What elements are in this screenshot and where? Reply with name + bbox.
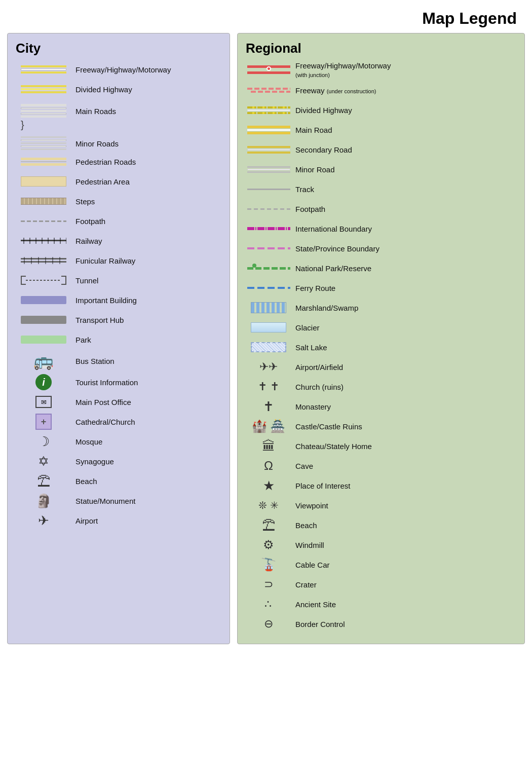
- pedestrian-roads-label: Pedestrian Roads: [71, 158, 136, 166]
- city-section-title: City: [16, 41, 221, 56]
- windmill-icon: ⚙: [246, 538, 291, 552]
- pedestrian-area-label: Pedestrian Area: [71, 177, 130, 186]
- list-item: Freeway/Highway/Motorway(with junction): [246, 61, 516, 79]
- list-item: ⚙ Windmill: [246, 537, 516, 553]
- statue-icon: 🗿: [16, 493, 71, 509]
- funicular-icon: [16, 257, 71, 264]
- list-item: Pedestrian Roads: [16, 154, 221, 170]
- saltlake-label: Salt Lake: [291, 343, 327, 352]
- dh-reg-icon: [246, 106, 291, 114]
- list-item: Divided Highway: [16, 81, 221, 97]
- list-item: Funicular Railway: [16, 252, 221, 269]
- page-title: Map Legend: [0, 0, 532, 33]
- cable-car-icon: 🚡: [246, 558, 291, 572]
- list-item: ∴ Ancient Site: [246, 596, 516, 612]
- list-item: Marshland/Swamp: [246, 300, 516, 316]
- beach-reg-icon: ⛱: [246, 517, 291, 533]
- pedestrian-area-icon: [16, 176, 71, 187]
- track-label: Track: [291, 185, 314, 194]
- list-item: Secondary Road: [246, 141, 516, 158]
- list-item: } Main Roads: [16, 101, 221, 130]
- park-label: Park: [71, 336, 91, 344]
- secondary-road-label: Secondary Road: [291, 145, 352, 154]
- tunnel-icon: [16, 275, 71, 285]
- freeway-city-icon: [16, 65, 71, 73]
- monastery-icon: ✝: [246, 399, 291, 415]
- list-item: Ferry Route: [246, 280, 516, 296]
- railway-icon: [16, 238, 71, 244]
- viewpoint-icon: ❊ ✳: [246, 499, 291, 511]
- fw-junction-label: Freeway/Highway/Motorway(with junction): [291, 61, 391, 79]
- transport-hub-icon: [16, 316, 71, 324]
- main-roads-label: Main Roads: [71, 103, 116, 116]
- intl-boundary-label: International Boundary: [291, 225, 372, 233]
- glacier-label: Glacier: [291, 323, 320, 332]
- list-item: ✈✈ Airport/Airfield: [246, 359, 516, 375]
- church-ruins-label: Church (ruins): [291, 383, 344, 391]
- mosque-icon: ☽: [16, 434, 71, 450]
- list-item: Pedestrian Area: [16, 173, 221, 190]
- fw-construction-icon: [246, 88, 291, 93]
- list-item: 🏛 Chateau/Stately Home: [246, 438, 516, 454]
- cable-car-label: Cable Car: [291, 561, 330, 569]
- list-item: Transport Hub: [16, 312, 221, 328]
- chateau-label: Chateau/Stately Home: [291, 442, 372, 451]
- list-item: ✉ Main Post Office: [16, 394, 221, 410]
- border-control-icon: ⊖: [246, 617, 291, 631]
- cave-label: Cave: [291, 462, 313, 470]
- glacier-icon: [246, 322, 291, 332]
- list-item: National Park/Reserve: [246, 260, 516, 276]
- list-item: Footpath: [246, 201, 516, 217]
- list-item: ☽ Mosque: [16, 433, 221, 450]
- marsh-label: Marshland/Swamp: [291, 304, 358, 312]
- list-item: i Tourist Information: [16, 374, 221, 390]
- minor-roads-icon: [16, 135, 71, 150]
- castle-label: Castle/Castle Ruins: [291, 422, 362, 431]
- airport-reg-icon: ✈✈: [246, 360, 291, 374]
- footpath-city-icon: [16, 220, 71, 222]
- synagogue-icon: ✡: [16, 454, 71, 469]
- crater-label: Crater: [291, 580, 317, 589]
- border-control-label: Border Control: [291, 620, 345, 628]
- list-item: 🚡 Cable Car: [246, 557, 516, 573]
- list-item: ✝ ✝ Church (ruins): [246, 379, 516, 395]
- fw-construction-label: Freeway (under construction): [291, 86, 376, 95]
- steps-icon: [16, 198, 71, 205]
- crater-icon: ⊃: [246, 578, 291, 591]
- regional-section-title: Regional: [246, 41, 516, 56]
- monastery-label: Monastery: [291, 402, 331, 411]
- place-interest-icon: ★: [246, 478, 291, 494]
- tourist-info-label: Tourist Information: [71, 378, 138, 387]
- synagogue-label: Synagogue: [71, 457, 114, 466]
- list-item: Glacier: [246, 319, 516, 336]
- list-item: Park: [16, 331, 221, 348]
- airport-city-icon: ✈: [16, 513, 71, 529]
- list-item: ⊃ Crater: [246, 576, 516, 593]
- minor-roads-label: Minor Roads: [71, 135, 119, 148]
- funicular-label: Funicular Railway: [71, 256, 135, 265]
- saltlake-icon: [246, 342, 291, 352]
- chateau-icon: 🏛: [246, 438, 291, 454]
- beach-city-label: Beach: [71, 477, 97, 486]
- viewpoint-label: Viewpoint: [291, 501, 328, 510]
- post-label: Main Post Office: [71, 398, 131, 406]
- list-item: 🗿 Statue/Monument: [16, 493, 221, 509]
- cathedral-icon: +: [16, 414, 71, 430]
- list-item: ⊖ Border Control: [246, 616, 516, 632]
- cathedral-label: Cathedral/Church: [71, 418, 135, 426]
- minor-road-reg-icon: [246, 166, 291, 173]
- minor-road-reg-label: Minor Road: [291, 165, 335, 174]
- ferry-label: Ferry Route: [291, 284, 335, 292]
- list-item: 🚌 Bus Station: [16, 351, 221, 371]
- list-item: Salt Lake: [246, 339, 516, 355]
- list-item: + Cathedral/Church: [16, 414, 221, 430]
- divided-highway-city-icon: [16, 85, 71, 93]
- pedestrian-roads-icon: [16, 158, 71, 166]
- list-item: Minor Roads: [16, 133, 221, 150]
- place-interest-label: Place of Interest: [291, 482, 350, 490]
- list-item: ✝ Monastery: [246, 398, 516, 415]
- list-item: ❊ ✳ Viewpoint: [246, 497, 516, 513]
- windmill-label: Windmill: [291, 541, 324, 549]
- freeway-city-label: Freeway/Highway/Motorway: [71, 65, 171, 74]
- list-item: Freeway (under construction): [246, 82, 516, 98]
